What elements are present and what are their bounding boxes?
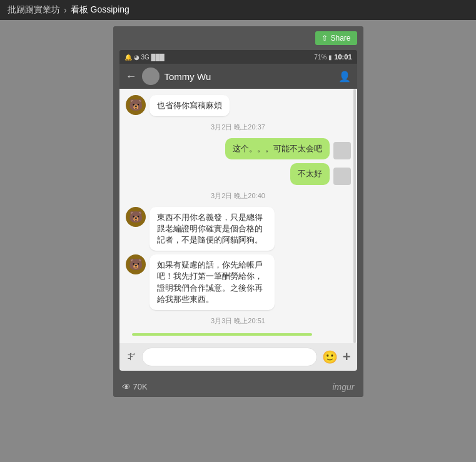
view-count: 👁 70K bbox=[122, 382, 148, 392]
message-bubble: 也省得你寫稿麻煩 bbox=[149, 95, 230, 116]
breadcrumb-site[interactable]: 批踢踢實業坊 bbox=[8, 4, 60, 16]
chat-body: 🐻 也省得你寫稿麻煩 3月2日 晚上20:37 这个。。。可能不太会吧 不太好 … bbox=[119, 89, 357, 343]
message-bubble-sent-2: 不太好 bbox=[290, 163, 330, 184]
breadcrumb-separator: › bbox=[64, 5, 67, 15]
message-sent-2: 不太好 bbox=[126, 163, 351, 184]
phone-screenshot: 🔔 ◕ 3G ███ 71% ▮ 10:01 ← Tommy Wu 👤 bbox=[119, 50, 357, 371]
view-number: 70K bbox=[133, 382, 148, 391]
scrollbar[interactable] bbox=[353, 89, 356, 343]
back-button[interactable]: ← bbox=[126, 70, 137, 83]
card-footer: 👁 70K imgur bbox=[113, 377, 363, 397]
chat-input-bar: ꈆ︎ 🙂 + bbox=[119, 343, 357, 371]
message-bubble-2: 東西不用你名義發，只是總得跟老編證明你確實是個合格的記者，不是隨便的阿貓阿狗。 bbox=[149, 207, 275, 251]
message-received-2: 🐻 東西不用你名義發，只是總得跟老編證明你確實是個合格的記者，不是隨便的阿貓阿狗… bbox=[126, 207, 351, 251]
image-card: ⇧ Share 🔔 ◕ 3G ███ 71% ▮ 10:01 bbox=[113, 26, 363, 397]
notification-icon: 🔔 bbox=[124, 54, 132, 61]
timestamp-2: 3月2日 晚上20:40 bbox=[126, 191, 351, 201]
message-received-3: 🐻 如果有疑慮的話，你先給帳戶吧！我先打第一筆酬勞給你，證明我們合作誠意。之後你… bbox=[126, 254, 351, 310]
message-bubble-3: 如果有疑慮的話，你先給帳戶吧！我先打第一筆酬勞給你，證明我們合作誠意。之後你再給… bbox=[149, 254, 275, 310]
self-avatar-1 bbox=[333, 142, 351, 159]
sender-avatar-3: 🐻 bbox=[126, 254, 146, 274]
chat-header: ← Tommy Wu 👤 bbox=[119, 64, 357, 89]
add-icon[interactable]: + bbox=[343, 349, 351, 365]
timestamp-3: 3月3日 晚上20:51 bbox=[126, 316, 351, 326]
battery-level: 71% bbox=[314, 54, 327, 61]
share-button[interactable]: ⇧ Share bbox=[315, 31, 357, 45]
chat-contact-avatar bbox=[142, 68, 160, 85]
eye-icon: 👁 bbox=[122, 382, 131, 392]
chat-input-field[interactable] bbox=[142, 348, 317, 366]
emoji-icon[interactable]: 🙂 bbox=[322, 349, 338, 364]
wifi-icon: ◕ bbox=[134, 54, 139, 61]
sender-avatar-2: 🐻 bbox=[126, 207, 146, 227]
message-sent-1: 这个。。。可能不太会吧 bbox=[126, 138, 351, 159]
status-right: 71% ▮ 10:01 bbox=[314, 53, 352, 61]
signal-icon: 3G ███ bbox=[141, 54, 165, 61]
card-header: ⇧ Share bbox=[113, 26, 363, 50]
status-time: 10:01 bbox=[334, 53, 352, 61]
message-received-1: 🐻 也省得你寫稿麻煩 bbox=[126, 95, 351, 116]
timestamp-1: 3月2日 晚上20:37 bbox=[126, 123, 351, 132]
status-left-icons: 🔔 ◕ 3G ███ bbox=[124, 54, 165, 61]
sender-avatar-1: 🐻 bbox=[126, 95, 146, 115]
microphone-icon[interactable]: ꈆ︎ bbox=[126, 350, 137, 363]
imgur-logo: imgur bbox=[332, 382, 354, 392]
status-bar: 🔔 ◕ 3G ███ 71% ▮ 10:01 bbox=[119, 50, 357, 64]
typing-indicator bbox=[132, 333, 312, 336]
profile-icon[interactable]: 👤 bbox=[338, 71, 351, 83]
share-icon: ⇧ bbox=[322, 34, 328, 43]
battery-icon: ▮ bbox=[328, 54, 332, 61]
breadcrumb-board[interactable]: 看板 Gossiping bbox=[71, 4, 129, 16]
self-avatar-2 bbox=[333, 168, 351, 185]
chat-contact-name: Tommy Wu bbox=[165, 71, 333, 82]
message-bubble-sent: 这个。。。可能不太会吧 bbox=[225, 138, 330, 159]
nav-bar: 批踢踢實業坊 › 看板 Gossiping bbox=[0, 0, 476, 20]
main-content: ⇧ Share 🔔 ◕ 3G ███ 71% ▮ 10:01 bbox=[0, 20, 476, 462]
